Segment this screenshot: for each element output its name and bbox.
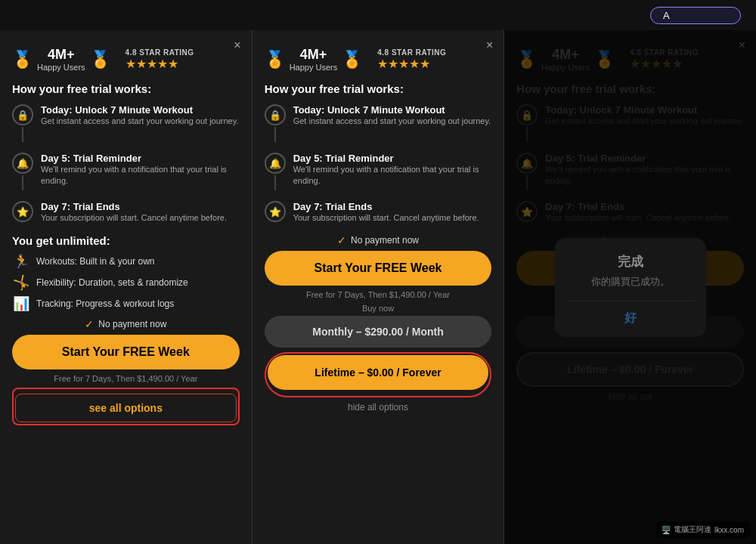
rating-label-2: 4.8 STAR RATING xyxy=(377,48,446,57)
unlimited-item-1-1: 🏃 Workouts: Built in & your own xyxy=(12,253,240,270)
timeline-1: 🔒 Today: Unlock 7 Minute Workout Get ins… xyxy=(12,104,240,224)
step-title-2-1: Today: Unlock 7 Minute Workout xyxy=(293,104,491,116)
step-content-1-1: Today: Unlock 7 Minute Workout Get insta… xyxy=(41,104,238,127)
lifetime-outline-2: Lifetime – $0.00 / Forever xyxy=(265,352,492,397)
panel-3: × 🏅 4M+ Happy Users 🏅 4.8 STAR RATING ★★… xyxy=(504,30,756,544)
step-content-1-3: Day 7: Trial Ends Your subscription will… xyxy=(41,201,227,224)
watermark-site: lkxx.com xyxy=(714,526,744,534)
unlimited-text-1-3: Tracking: Progress & workout logs xyxy=(36,298,174,309)
step-content-2-3: Day 7: Trial Ends Your subscription will… xyxy=(293,201,479,224)
stars-2: ★★★★★ xyxy=(377,57,446,71)
step-desc-1-1: Get instant access and start your workin… xyxy=(41,116,238,127)
lock-icon-1: 🔒 xyxy=(12,104,33,125)
unlimited-text-1-2: Flexibility: Duration, sets & randomize xyxy=(36,277,188,288)
price-sub-2: Free for 7 Days, Then $1,490.00 / Year xyxy=(265,290,492,299)
step-desc-2-2: We'll remind you with a notification tha… xyxy=(293,164,492,187)
step-1-2: 🔔 Day 5: Trial Reminder We'll remind you… xyxy=(12,153,240,192)
laurel-left-1: 🏅 xyxy=(12,50,33,70)
step-icon-wrap-1-2: 🔔 xyxy=(12,153,33,192)
search-input[interactable] xyxy=(650,7,741,24)
watermark: 🖥️ 電腦王阿達 lkxx.com xyxy=(655,521,750,538)
rating-badge-1: 4.8 STAR RATING ★★★★★ xyxy=(125,48,194,71)
step-content-1-2: Day 5: Trial Reminder We'll remind you w… xyxy=(41,153,240,187)
checkmark-icon-2: ✓ xyxy=(337,234,346,246)
no-payment-text-2: No payment now xyxy=(351,235,419,246)
hide-all-link-2[interactable]: hide all options xyxy=(265,402,492,413)
step-icon-wrap-2-2: 🔔 xyxy=(265,153,286,192)
step-2-3: ⭐ Day 7: Trial Ends Your subscription wi… xyxy=(265,201,492,224)
close-button-2[interactable]: × xyxy=(486,39,493,51)
unlimited-text-1-1: Workouts: Built in & your own xyxy=(36,256,155,267)
bell-icon-1: 🔔 xyxy=(12,153,33,174)
laurel-right-2: 🏅 xyxy=(342,50,362,70)
watermark-text: 電腦王阿達 xyxy=(674,524,711,535)
no-payment-2: ✓ No payment now xyxy=(265,234,492,246)
users-badge-2: 🏅 4M+ Happy Users 🏅 xyxy=(265,47,363,72)
flexibility-icon-1: 🤸 xyxy=(12,274,30,291)
step-2-1: 🔒 Today: Unlock 7 Minute Workout Get ins… xyxy=(265,104,492,144)
success-dialog-overlay: 完成 你的購買已成功。 好 xyxy=(504,30,756,544)
header-row-1: 🏅 4M+ Happy Users 🏅 4.8 STAR RATING ★★★★… xyxy=(12,47,240,72)
unlimited-item-1-3: 📊 Tracking: Progress & workout logs xyxy=(12,295,240,312)
panel-2: × 🏅 4M+ Happy Users 🏅 4.8 STAR RATING ★★… xyxy=(253,30,505,544)
lifetime-button-2[interactable]: Lifetime – $0.00 / Forever xyxy=(268,355,489,390)
step-title-2-3: Day 7: Trial Ends xyxy=(293,201,479,212)
step-icon-wrap-1-3: ⭐ xyxy=(12,201,33,222)
price-sub-1: Free for 7 Days, Then $1,490.00 / Year xyxy=(12,374,240,383)
users-label-1: Happy Users xyxy=(37,63,85,72)
laurel-left-2: 🏅 xyxy=(265,50,285,70)
see-all-options-button-1[interactable]: see all options xyxy=(15,394,237,422)
step-content-2-1: Today: Unlock 7 Minute Workout Get insta… xyxy=(293,104,491,127)
dialog-ok-button[interactable]: 好 xyxy=(567,301,694,329)
workout-icon-1: 🏃 xyxy=(12,253,30,270)
unlimited-item-1-2: 🤸 Flexibility: Duration, sets & randomiz… xyxy=(12,274,240,291)
users-badge-1: 🏅 4M+ Happy Users 🏅 xyxy=(12,47,110,72)
stars-1: ★★★★★ xyxy=(125,57,194,71)
step-icon-wrap-1-1: 🔒 xyxy=(12,104,33,144)
step-1-3: ⭐ Day 7: Trial Ends Your subscription wi… xyxy=(12,201,240,224)
no-payment-text-1: No payment now xyxy=(98,319,166,329)
star-icon-1: ⭐ xyxy=(12,201,33,222)
monthly-button-2[interactable]: Monthly – $290.00 / Month xyxy=(265,316,492,348)
step-title-1-3: Day 7: Trial Ends xyxy=(41,201,227,212)
step-title-2-2: Day 5: Trial Reminder xyxy=(293,153,492,164)
section-title-1: How your free trial works: xyxy=(12,82,240,95)
top-bar xyxy=(0,0,756,30)
panels-container: × 🏅 4M+ Happy Users 🏅 4.8 STAR RATING ★★… xyxy=(0,30,756,544)
checkmark-icon-1: ✓ xyxy=(85,318,94,330)
step-content-2-2: Day 5: Trial Reminder We'll remind you w… xyxy=(293,153,492,187)
panel-1: × 🏅 4M+ Happy Users 🏅 4.8 STAR RATING ★★… xyxy=(0,30,253,544)
rating-badge-2: 4.8 STAR RATING ★★★★★ xyxy=(377,48,446,71)
step-desc-2-3: Your subscription will start. Cancel any… xyxy=(293,212,479,224)
watermark-icon: 🖥️ xyxy=(662,526,671,534)
step-icon-wrap-2-1: 🔒 xyxy=(265,104,286,144)
unlimited-title-1: You get unlimited: xyxy=(12,234,240,247)
users-label-2: Happy Users xyxy=(290,63,338,72)
success-dialog: 完成 你的購買已成功。 好 xyxy=(555,238,706,337)
users-count-2: 4M+ xyxy=(290,47,338,63)
step-2-2: 🔔 Day 5: Trial Reminder We'll remind you… xyxy=(265,153,492,192)
buy-now-label-2: Buy now xyxy=(265,304,492,313)
star-icon-2: ⭐ xyxy=(265,201,286,222)
header-row-2: 🏅 4M+ Happy Users 🏅 4.8 STAR RATING ★★★★… xyxy=(265,47,492,72)
close-button-1[interactable]: × xyxy=(234,39,240,51)
no-payment-1: ✓ No payment now xyxy=(12,318,240,330)
step-desc-1-3: Your subscription will start. Cancel any… xyxy=(41,212,227,224)
timeline-2: 🔒 Today: Unlock 7 Minute Workout Get ins… xyxy=(265,104,492,224)
tracking-icon-1: 📊 xyxy=(12,295,30,312)
step-title-1-2: Day 5: Trial Reminder xyxy=(41,153,240,164)
step-desc-1-2: We'll remind you with a notification tha… xyxy=(41,164,240,187)
section-title-2: How your free trial works: xyxy=(265,82,492,95)
step-1-1: 🔒 Today: Unlock 7 Minute Workout Get ins… xyxy=(12,104,240,144)
lock-icon-2: 🔒 xyxy=(265,104,286,125)
see-all-outline-1: see all options xyxy=(12,388,240,425)
step-desc-2-1: Get instant access and start your workin… xyxy=(293,116,491,127)
step-title-1-1: Today: Unlock 7 Minute Workout xyxy=(41,104,238,116)
laurel-right-1: 🏅 xyxy=(90,50,110,70)
step-icon-wrap-2-3: ⭐ xyxy=(265,201,286,222)
start-free-week-button-2[interactable]: Start Your FREE Week xyxy=(265,251,492,286)
dialog-message: 你的購買已成功。 xyxy=(567,275,694,289)
start-free-week-button-1[interactable]: Start Your FREE Week xyxy=(12,335,240,369)
dialog-title: 完成 xyxy=(567,253,694,270)
users-count-1: 4M+ xyxy=(37,47,85,63)
